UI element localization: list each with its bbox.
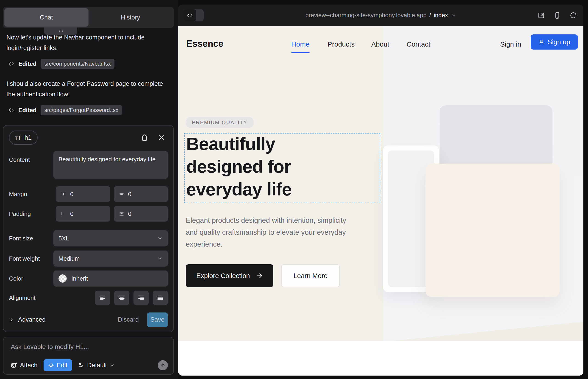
- arrow-up-icon: [160, 362, 166, 368]
- margin-y-input[interactable]: 0: [114, 186, 168, 202]
- save-button[interactable]: Save: [147, 313, 168, 327]
- padding-vertical-icon: [119, 211, 124, 217]
- tab-chat[interactable]: Chat: [4, 8, 89, 27]
- refresh-button[interactable]: [570, 12, 577, 19]
- nav-link-about[interactable]: About: [371, 40, 389, 48]
- hero-card-beige: [425, 164, 559, 297]
- arrow-right-icon: [256, 272, 263, 279]
- file-chip[interactable]: src/components/Navbar.tsx: [41, 59, 114, 69]
- chevron-down-icon: [110, 363, 115, 368]
- preview-page: Essence Home Products About Contact Sign…: [178, 26, 583, 376]
- sliders-icon: [78, 362, 84, 368]
- chat-input[interactable]: [11, 343, 162, 350]
- element-tag: h1: [25, 134, 32, 141]
- chevron-down-icon: [451, 13, 456, 18]
- padding-label: Padding: [9, 210, 56, 218]
- url-separator: /: [429, 12, 431, 19]
- trash-icon: [141, 134, 148, 141]
- hero-paragraph: Elegant products designed with intention…: [186, 215, 346, 250]
- preview-browser-bar: preview--charming-site-symphony.lovable.…: [178, 5, 583, 26]
- code-icon: [8, 107, 14, 113]
- tab-history[interactable]: History: [89, 8, 173, 27]
- nav-link-contact[interactable]: Contact: [407, 40, 430, 48]
- url-path: index: [434, 12, 448, 19]
- chevron-right-icon: [9, 317, 15, 323]
- font-size-select[interactable]: 5XL: [53, 230, 168, 246]
- color-label: Color: [9, 275, 53, 282]
- content-input[interactable]: Beautifully designed for everyday life: [53, 151, 168, 179]
- sign-up-label: Sign up: [548, 38, 570, 46]
- url-bar[interactable]: preview--charming-site-symphony.lovable.…: [178, 5, 583, 26]
- hero-wedge-shape: [384, 322, 583, 341]
- attach-button[interactable]: Attach: [11, 362, 38, 369]
- element-tag-pill[interactable]: тT h1: [9, 130, 38, 145]
- site-navbar: Essence Home Products About Contact Sign…: [178, 34, 583, 55]
- edit-label: Edit: [57, 362, 68, 369]
- font-weight-select[interactable]: Medium: [53, 251, 168, 267]
- chevron-down-icon: [157, 235, 163, 241]
- font-size-value: 5XL: [59, 235, 69, 242]
- edited-file-row[interactable]: Edited src/pages/ForgotPassword.tsx: [8, 105, 122, 115]
- nav-link-products[interactable]: Products: [327, 40, 355, 48]
- learn-more-button[interactable]: Learn More: [281, 264, 340, 287]
- edited-label: Edited: [18, 107, 36, 114]
- preview-pane: preview--charming-site-symphony.lovable.…: [178, 5, 583, 376]
- align-right-icon: [137, 294, 145, 301]
- discard-button[interactable]: Discard: [118, 316, 139, 323]
- external-link-icon: [538, 12, 545, 19]
- chevron-down-icon: [157, 255, 163, 262]
- align-justify-button[interactable]: [153, 291, 168, 305]
- mode-select[interactable]: Default: [78, 362, 115, 369]
- advanced-label: Advanced: [18, 316, 46, 323]
- sign-up-button[interactable]: Sign up: [531, 34, 578, 49]
- font-size-label: Font size: [9, 235, 53, 242]
- advanced-toggle[interactable]: Advanced: [9, 316, 46, 323]
- content-label: Content: [9, 151, 53, 179]
- explore-collection-label: Explore Collection: [196, 272, 250, 280]
- mobile-view-button[interactable]: [554, 12, 561, 19]
- sign-in-link[interactable]: Sign in: [500, 40, 521, 48]
- padding-horizontal-icon: [61, 211, 66, 217]
- font-weight-label: Font weight: [9, 255, 53, 262]
- padding-y-input[interactable]: 0: [114, 206, 168, 222]
- margin-label: Margin: [9, 191, 56, 198]
- edited-file-row[interactable]: Edited src/components/Navbar.tsx: [8, 59, 114, 69]
- margin-x-input[interactable]: 0: [56, 186, 110, 202]
- user-icon: [539, 39, 544, 45]
- file-chip[interactable]: src/pages/ForgotPassword.tsx: [41, 105, 122, 115]
- close-icon: [158, 134, 165, 141]
- explore-collection-button[interactable]: Explore Collection: [186, 264, 273, 287]
- edit-mode-button[interactable]: Edit: [44, 359, 72, 371]
- mode-label: Default: [87, 362, 107, 369]
- padding-x-input[interactable]: 0: [56, 206, 110, 222]
- padding-x-value: 0: [70, 210, 73, 218]
- open-external-button[interactable]: [538, 12, 545, 19]
- url-domain: preview--charming-site-symphony.lovable.…: [306, 12, 427, 19]
- alignment-label: Alignment: [9, 294, 56, 301]
- refresh-icon: [570, 12, 577, 19]
- hero-heading: Beautifully designed for everyday life: [186, 133, 292, 201]
- site-logo[interactable]: Essence: [186, 39, 223, 49]
- align-left-button[interactable]: [95, 291, 110, 305]
- chat-sidebar: Chat History Now let's update the Navbar…: [0, 0, 178, 379]
- nav-link-home[interactable]: Home: [291, 40, 309, 48]
- chat-history-tabs: Chat History: [3, 7, 174, 28]
- close-editor-button[interactable]: [155, 131, 168, 144]
- attach-image-icon: [11, 362, 17, 368]
- selected-h1-outline[interactable]: Beautifully designed for everyday life: [184, 133, 380, 203]
- code-icon: [8, 61, 14, 67]
- delete-element-button[interactable]: [138, 131, 151, 144]
- color-select[interactable]: Inherit: [53, 270, 168, 286]
- padding-y-value: 0: [128, 210, 131, 218]
- align-justify-icon: [157, 294, 164, 301]
- edited-label: Edited: [18, 60, 36, 67]
- element-editor-panel: тT h1 Content Beautifully designed for e…: [3, 125, 174, 332]
- mobile-phone-icon: [554, 12, 561, 19]
- chat-composer: Attach Edit Default: [3, 337, 174, 375]
- align-center-button[interactable]: [114, 291, 129, 305]
- premium-quality-badge: PREMIUM QUALITY: [186, 117, 254, 128]
- align-right-button[interactable]: [134, 291, 149, 305]
- margin-vertical-icon: [119, 191, 124, 197]
- editor-header: тT h1: [9, 130, 168, 145]
- send-button[interactable]: [158, 360, 168, 370]
